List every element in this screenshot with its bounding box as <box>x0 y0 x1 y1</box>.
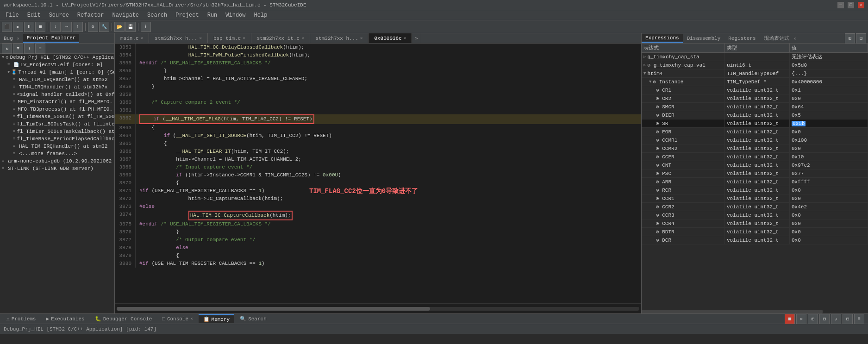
tab-close-icon[interactable]: ✕ <box>243 36 245 41</box>
expr-row-dcr[interactable]: ⊙ DCR volatile uint32_t 0x0 <box>642 236 868 244</box>
menu-project[interactable]: Project <box>172 11 202 19</box>
expr-row-smcr[interactable]: ⊙ SMCR volatile uint32_t 0x64 <box>642 103 868 111</box>
expr-row-instance[interactable]: ▼ ⊙ Instance TIM_TypeDef * 0x40000800 <box>642 78 868 86</box>
tab-problems[interactable]: ⚠ Problems <box>2 315 40 323</box>
tab-project-explorer[interactable]: Project Explorer <box>23 34 80 43</box>
expr-row-bdtr[interactable]: ⊙ BDTR volatile uint32_t 0x0 <box>642 228 868 236</box>
scrollbar-thumb[interactable] <box>642 310 823 313</box>
tree-timimsr-cb[interactable]: ≡ fl_TimIsr_500usTaskCallback() at <box>0 128 114 135</box>
bottom-btn-4[interactable]: ⊟ <box>819 314 830 324</box>
lp-btn-4[interactable]: ≡ <box>35 44 45 54</box>
expr-row-ccr4[interactable]: ⊙ CCR4 volatile uint32_t 0x0 <box>642 219 868 228</box>
bottom-btn-1[interactable]: ⏹ <box>785 314 795 324</box>
tab-expressions[interactable]: Expressions <box>642 34 683 43</box>
close-button[interactable]: ✕ <box>858 2 864 8</box>
lp-btn-1[interactable]: ↻ <box>2 44 12 54</box>
menu-run[interactable]: Run <box>204 11 221 19</box>
expr-row-cr2[interactable]: ⊙ CR2 volatile uint32_t 0x0 <box>642 94 868 103</box>
tab-close-icon[interactable]: ✕ <box>360 36 362 41</box>
tree-tim4-irq[interactable]: ≡ TIM4_IRQHandler() at stm32h7x <box>0 83 114 91</box>
toolbar-btn-3[interactable]: ⏸ <box>24 22 34 32</box>
expr-row-ccr3[interactable]: ⊙ CCR3 volatile uint32_t 0x0 <box>642 211 868 219</box>
tree-elf[interactable]: ≡ 📄 LV_ProjectV1.elf [cores: 0] <box>0 61 114 69</box>
menu-source[interactable]: Source <box>45 11 73 19</box>
tree-debug-app[interactable]: ▼ ⚙ Debug_Prj_HIL [STM32 C/C++ Applicati… <box>0 54 114 61</box>
toolbar-btn-5[interactable]: ⚙ <box>88 22 98 32</box>
rp-btn-2[interactable]: ⊟ <box>856 33 866 44</box>
expr-row-htim4[interactable]: ▼ htim4 TIM_HandleTypeDef {...} <box>642 69 868 78</box>
lp-btn-3[interactable]: ⬆ <box>24 44 34 54</box>
tab-more[interactable]: » <box>412 33 421 43</box>
tab-address[interactable]: 0x800036c ✕ <box>368 33 412 43</box>
tab-close-icon[interactable]: ✕ <box>301 36 304 41</box>
expr-row-ccr2[interactable]: ⊙ CCR2 volatile uint32_t 0x4e2 <box>642 203 868 211</box>
toolbar-step-return[interactable]: ↑ <box>73 22 83 32</box>
code-editor[interactable]: 3853 HAL_TIM_OC_DelayElapsedCallback(hti… <box>115 44 641 303</box>
tab-main-c[interactable]: main.c ✕ <box>115 33 149 43</box>
minimize-button[interactable]: ─ <box>837 2 844 8</box>
expr-row-dier[interactable]: ⊙ DIER volatile uint32_t 0x5 <box>642 111 868 119</box>
expr-row-ccr1[interactable]: ⊙ CCR1 volatile uint32_t 0x0 <box>642 194 868 203</box>
tab-search[interactable]: 🔍 Search <box>235 315 271 323</box>
tab-console[interactable]: □ Console ✕ <box>157 315 197 323</box>
editor-scrollbar[interactable] <box>115 303 641 313</box>
tree-gdb[interactable]: ≡ arm-none-eabi-gdb (10.2.90.2021062 <box>0 157 114 165</box>
console-close-icon[interactable]: ✕ <box>190 316 193 321</box>
bottom-btn-5[interactable]: ↗ <box>831 314 841 324</box>
expr-row-arr[interactable]: ⊙ ARR volatile uint32_t 0xffff <box>642 178 868 186</box>
toolbar-btn-6[interactable]: 🔧 <box>99 22 109 32</box>
tab-bsp-tim[interactable]: bsp_tim.c ✕ <box>208 33 251 43</box>
tree-more-frames[interactable]: ≡ <...more frames...> <box>0 150 114 157</box>
horizontal-scrollbar[interactable] <box>117 307 639 311</box>
expr-row-rcr[interactable]: ⊙ RCR volatile uint32_t 0x0 <box>642 186 868 194</box>
tab-debug[interactable]: Bug ✕ <box>0 35 23 42</box>
tree-signal-handler[interactable]: ≡ <signal handler called>() at 0xff <box>0 91 114 98</box>
tab-close-icon[interactable]: ✕ <box>199 36 201 41</box>
debug-tab-close[interactable]: ✕ <box>17 37 19 41</box>
bottom-btn-3[interactable]: ⊞ <box>808 314 818 324</box>
tree-timebase[interactable]: ≡ fl_TimeBase_500us() at fl_TB_500 <box>0 113 114 120</box>
tree-period-elapsed[interactable]: ≡ fl_TimeBase_PeriodElapsedCallback <box>0 135 114 143</box>
bottom-btn-7[interactable]: ≡ <box>854 314 864 324</box>
expr-row-ccer[interactable]: ⊙ CCER volatile uint32_t 0x10 <box>642 153 868 161</box>
tab-debugger-console[interactable]: 🐛 Debugger Console <box>90 315 157 323</box>
scene-tab-close-icon[interactable]: ✕ <box>793 37 796 41</box>
tree-mfo-pinsta[interactable]: ≡ MFO_PinStaCtrl() at fl_PH_MFIO. <box>0 98 114 106</box>
tab-registers[interactable]: Registers <box>724 35 759 42</box>
expr-row-cnt[interactable]: ⊙ CNT volatile uint32_t 0x97e2 <box>642 161 868 169</box>
toolbar-step-over[interactable]: → <box>62 22 72 32</box>
tree-hal-tim-irq2[interactable]: ≡ HAL_TIM_IRQHandler() at stm32 <box>0 143 114 150</box>
toolbar-btn-2[interactable]: ▶ <box>13 22 23 32</box>
tree-thread[interactable]: ▼ 🧵 Thread #1 [main] 1 [core: 0] (Suspe <box>0 69 114 76</box>
tab-memory[interactable]: 📋 Memory <box>199 314 235 323</box>
expr-row-cap-sta[interactable]: ▷ g_timxchy_cap_sta 无法评估表达 <box>642 53 868 61</box>
menu-refactor[interactable]: Refactor <box>74 11 108 19</box>
expr-row-cap-val[interactable]: ▷ ⊙ g_timxchy_cap_val uint16_t 0x5d0 <box>642 61 868 69</box>
tab-stm32h7xx-h1[interactable]: stm32h7xx_h... ✕ <box>149 33 208 43</box>
tab-close-icon[interactable]: ✕ <box>404 36 406 41</box>
tree-hal-tim-irq[interactable]: ≡ HAL_TIM_IRQHandler() at stm32 <box>0 76 114 83</box>
toolbar-btn-7[interactable]: 📂 <box>114 22 125 32</box>
menu-navigate[interactable]: Navigate <box>108 11 143 19</box>
toolbar-btn-4[interactable]: ⏹ <box>35 22 45 32</box>
expr-row-psc[interactable]: ⊙ PSC volatile uint32_t 0x77 <box>642 169 868 178</box>
rp-btn-1[interactable]: ⊞ <box>845 33 855 44</box>
bottom-btn-2[interactable]: ✕ <box>796 314 806 324</box>
lp-btn-2[interactable]: ▼ <box>13 44 23 54</box>
menu-file[interactable]: File <box>2 11 23 19</box>
tree-mfo-tb3[interactable]: ≡ MFO_TB3process() at fl_PH_MFI0. <box>0 106 114 113</box>
expr-row-cr1[interactable]: ⊙ CR1 volatile uint32_t 0x1 <box>642 86 868 94</box>
tab-scene-expressions[interactable]: 现场表达式 ✕ <box>760 34 800 43</box>
maximize-button[interactable]: □ <box>848 2 854 8</box>
menu-help[interactable]: Help <box>250 11 271 19</box>
menu-window[interactable]: Window <box>222 11 249 19</box>
tab-disassembly[interactable]: Disassembly <box>683 35 724 42</box>
tree-timimsr[interactable]: ≡ fl_TimIsr_500usTask() at fl_interru <box>0 120 114 128</box>
tab-stm32h7xx-h2[interactable]: stm32h7xx_h... ✕ <box>310 33 369 43</box>
toolbar-step-into[interactable]: ↓ <box>50 22 61 32</box>
tree-stlink[interactable]: ≡ ST-LINK (ST-LINK GDB server) <box>0 165 114 172</box>
expr-row-ccmr1[interactable]: ⊙ CCMR1 volatile uint32_t 0x100 <box>642 136 868 144</box>
expr-row-sr[interactable]: ⊙ SR volatile uint32_t 0x5b <box>642 119 868 128</box>
expr-row-ccmr2[interactable]: ⊙ CCMR2 volatile uint32_t 0x0 <box>642 144 868 153</box>
tab-close-icon[interactable]: ✕ <box>141 36 143 41</box>
